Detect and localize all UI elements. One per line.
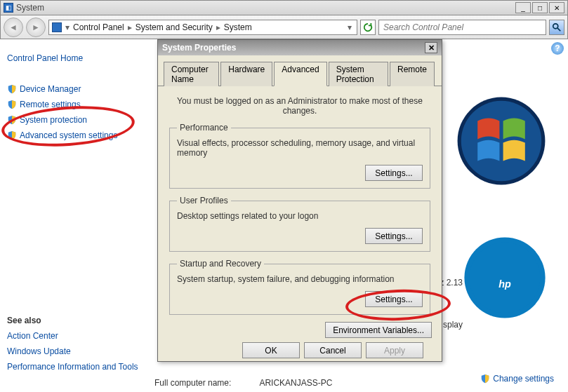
user-profiles-group: User Profiles Desktop settings related t… xyxy=(169,196,430,252)
display-text-fragment: splay xyxy=(443,320,463,330)
windows-logo xyxy=(456,95,547,189)
sidebar-item-system-protection[interactable]: System protection xyxy=(7,115,140,125)
back-button[interactable]: ◄ xyxy=(4,18,23,37)
see-also-windows-update[interactable]: Windows Update xyxy=(7,346,140,356)
dialog-title: System Properties xyxy=(162,43,236,53)
breadcrumb-item[interactable]: System xyxy=(224,22,252,32)
see-also-action-center[interactable]: Action Center xyxy=(7,331,140,341)
user-profiles-settings-button[interactable]: Settings... xyxy=(365,228,423,244)
dialog-titlebar: System Properties ✕ xyxy=(158,40,442,55)
tab-remote[interactable]: Remote xyxy=(390,62,435,86)
environment-variables-button[interactable]: Environment Variables... xyxy=(325,322,432,338)
sidebar-item-label: System protection xyxy=(20,115,87,125)
svg-point-5 xyxy=(470,243,541,313)
tab-advanced[interactable]: Advanced xyxy=(274,62,326,86)
breadcrumb-item[interactable]: Control Panel xyxy=(73,22,124,32)
help-icon[interactable]: ? xyxy=(551,42,564,55)
search-box[interactable] xyxy=(378,20,546,35)
sidebar-item-label: Remote settings xyxy=(20,100,81,109)
performance-desc: Visual effects, processor scheduling, me… xyxy=(177,138,423,158)
startup-desc: System startup, system failure, and debu… xyxy=(177,274,423,284)
user-profiles-desc: Desktop settings related to your logon xyxy=(177,211,423,221)
sidebar-item-label: Device Manager xyxy=(20,84,81,94)
shield-icon xyxy=(480,374,490,384)
search-button[interactable] xyxy=(549,20,564,35)
svg-text:hp: hp xyxy=(498,278,511,290)
performance-group: Performance Visual effects, processor sc… xyxy=(169,123,430,189)
sidebar-item-device-manager[interactable]: Device Manager xyxy=(7,84,140,94)
full-computer-name-value: ARICKANJASS-PC xyxy=(259,378,332,388)
address-bar[interactable]: ▾ Control Panel ▸ System and Security ▸ … xyxy=(48,20,357,35)
svg-point-3 xyxy=(461,101,541,181)
startup-settings-button[interactable]: Settings... xyxy=(365,291,423,307)
ok-button[interactable]: OK xyxy=(242,342,300,358)
startup-legend: Startup and Recovery xyxy=(177,259,264,269)
breadcrumb-sep-icon: ▸ xyxy=(126,22,134,32)
tab-strip: Computer Name Hardware Advanced System P… xyxy=(158,55,442,86)
window-titlebar: ◧ System _ □ ✕ xyxy=(0,0,568,15)
see-also-heading: See also xyxy=(7,316,140,325)
navigation-bar: ◄ ► ▾ Control Panel ▸ System and Securit… xyxy=(0,15,568,39)
sidebar-item-advanced-system-settings[interactable]: Advanced system settings xyxy=(7,130,140,140)
hp-logo: hp xyxy=(463,236,547,322)
tab-system-protection[interactable]: System Protection xyxy=(329,62,388,86)
window-title: System xyxy=(16,3,44,13)
performance-settings-button[interactable]: Settings... xyxy=(365,165,423,181)
location-icon xyxy=(52,22,62,32)
change-settings-link[interactable]: Change settings xyxy=(480,374,554,384)
shield-icon xyxy=(7,84,17,94)
shield-icon xyxy=(7,130,17,140)
system-icon: ◧ xyxy=(4,3,13,13)
breadcrumb-sep-icon: ▸ xyxy=(214,22,223,32)
breadcrumb-item[interactable]: System and Security xyxy=(136,22,213,32)
cancel-button[interactable]: Cancel xyxy=(304,342,362,358)
refresh-button[interactable] xyxy=(360,20,376,35)
shield-icon xyxy=(7,115,17,125)
sidebar-item-remote-settings[interactable]: Remote settings xyxy=(7,100,140,109)
forward-button[interactable]: ► xyxy=(26,18,46,37)
see-also-performance-info[interactable]: Performance Information and Tools xyxy=(7,362,140,372)
sidebar-item-label: Advanced system settings xyxy=(20,130,117,140)
svg-line-1 xyxy=(557,27,560,30)
close-button[interactable]: ✕ xyxy=(549,2,564,13)
svg-point-0 xyxy=(553,23,558,28)
user-profiles-legend: User Profiles xyxy=(177,196,231,205)
performance-legend: Performance xyxy=(177,123,231,133)
search-input[interactable] xyxy=(382,22,543,33)
tab-computer-name[interactable]: Computer Name xyxy=(164,62,219,86)
tab-hardware[interactable]: Hardware xyxy=(220,62,272,86)
minimize-button[interactable]: _ xyxy=(515,2,531,13)
startup-recovery-group: Startup and Recovery System startup, sys… xyxy=(169,259,430,315)
apply-button[interactable]: Apply xyxy=(366,342,423,358)
sidebar: Control Panel Home Device Manager Remote… xyxy=(0,39,147,392)
dialog-close-button[interactable]: ✕ xyxy=(425,42,437,53)
shield-icon xyxy=(7,100,17,109)
address-dropdown-icon[interactable]: ▾ xyxy=(345,22,354,32)
system-properties-dialog: System Properties ✕ Computer Name Hardwa… xyxy=(157,39,442,362)
admin-note: You must be logged on as an Administrato… xyxy=(168,96,432,116)
full-computer-name-label: Full computer name: xyxy=(154,378,231,388)
maximize-button[interactable]: □ xyxy=(532,2,548,13)
control-panel-home-link[interactable]: Control Panel Home xyxy=(7,53,140,63)
